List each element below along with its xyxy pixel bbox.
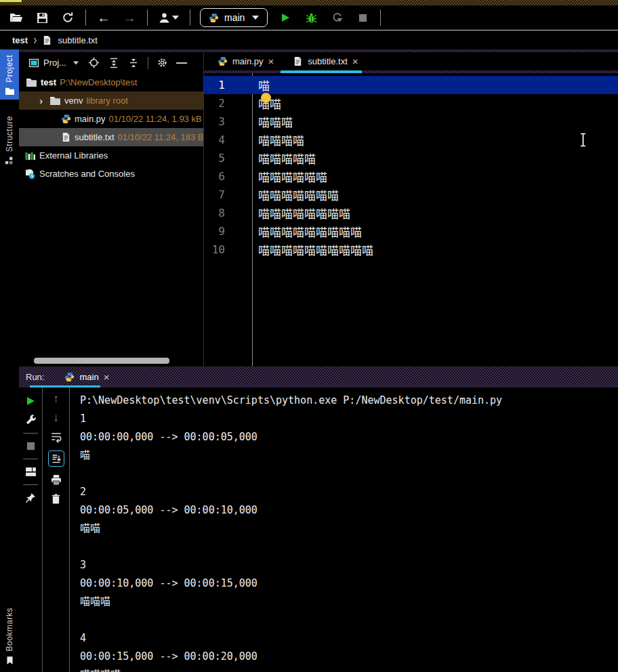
line-text: 喵喵喵喵喵 xyxy=(252,150,316,167)
collapse-all-icon[interactable] xyxy=(128,58,139,68)
horizontal-scrollbar[interactable] xyxy=(34,358,169,364)
restore-layout-icon[interactable] xyxy=(25,467,37,477)
tree-item-venv[interactable]: ›venvlibrary root xyxy=(19,91,203,110)
tree-item-test[interactable]: testP:\NewDesktop\test xyxy=(19,73,203,91)
run-configuration-select[interactable]: main xyxy=(200,8,268,27)
console-line: 00:00:10,000 --> 00:00:15,000 xyxy=(80,574,618,593)
gear-icon[interactable] xyxy=(157,58,167,68)
print-icon[interactable] xyxy=(50,474,62,486)
soft-wrap-icon[interactable] xyxy=(50,431,62,443)
editor-area: main.py × subtitle.txt × 1喵2喵喵3喵喵喵4喵喵喵喵5… xyxy=(203,52,618,366)
tree-item-subtitle-txt[interactable]: subtitle.txt01/10/22 11:24, 183 B xyxy=(19,128,203,146)
run-toolbar xyxy=(19,387,43,672)
editor-line-7[interactable]: 7喵喵喵喵喵喵喵 xyxy=(204,186,618,204)
console-line: 2 xyxy=(80,483,618,501)
sync-refresh-icon[interactable] xyxy=(60,9,76,26)
scratch-icon xyxy=(24,169,36,180)
open-folder-icon[interactable] xyxy=(8,9,24,26)
console-line: P:\NewDesktop\test\venv\Scripts\python.e… xyxy=(80,392,618,410)
editor-line-3[interactable]: 3喵喵喵 xyxy=(204,112,618,131)
project-panel-header: Proj... — xyxy=(19,52,203,73)
editor-line-5[interactable]: 5喵喵喵喵喵 xyxy=(204,149,618,167)
console-line: 00:00:15,000 --> 00:00:20,000 xyxy=(80,648,618,666)
down-stacktrace-icon[interactable]: ↓ xyxy=(53,412,59,423)
tab-label: main.py xyxy=(232,56,264,66)
chevron-right-icon[interactable]: › xyxy=(39,95,46,106)
toolbar-separator xyxy=(23,459,38,459)
console-line: 00:00:00,000 --> 00:00:05,000 xyxy=(80,428,618,446)
user-account-icon[interactable] xyxy=(157,9,180,26)
locate-file-icon[interactable] xyxy=(88,57,100,68)
folder-icon xyxy=(49,96,61,106)
header-separator xyxy=(148,57,148,69)
line-text: 喵喵喵喵喵喵喵 xyxy=(252,186,339,203)
chevron-down-icon xyxy=(252,16,259,20)
line-number: 2 xyxy=(204,97,252,110)
recording-dot-icon xyxy=(261,93,271,103)
debug-button[interactable] xyxy=(303,9,319,26)
editor-line-6[interactable]: 6喵喵喵喵喵喵 xyxy=(204,167,618,186)
project-view-select[interactable]: Proj... xyxy=(28,58,79,68)
editor-line-1[interactable]: 1喵 xyxy=(204,76,618,94)
tab-main-py[interactable]: main.py × xyxy=(209,52,282,70)
left-toolwindow-bar: Project Structure Bookmarks xyxy=(0,49,19,672)
back-icon[interactable]: ← xyxy=(96,9,112,26)
profiler-button[interactable] xyxy=(329,9,345,26)
line-number: 6 xyxy=(204,170,252,183)
tree-item-scratches-and-consoles[interactable]: Scratches and Consoles xyxy=(19,165,203,183)
close-icon[interactable]: × xyxy=(268,56,274,67)
save-all-icon[interactable] xyxy=(34,9,50,26)
rerun-button[interactable] xyxy=(25,396,36,406)
tree-item-external-libraries[interactable]: External Libraries xyxy=(19,146,203,165)
project-view-icon xyxy=(28,58,39,68)
breadcrumb-file[interactable]: subtitle.txt xyxy=(58,35,98,45)
sidebar-item-bookmarks[interactable]: Bookmarks xyxy=(0,602,19,669)
tab-subtitle-txt[interactable]: subtitle.txt × xyxy=(285,52,366,70)
line-number: 4 xyxy=(204,133,252,146)
forward-icon[interactable]: → xyxy=(121,9,138,26)
project-panel: Proj... — testP:\NewDesktop\test›venvlib… xyxy=(19,52,203,366)
hide-panel-icon[interactable]: — xyxy=(176,57,187,69)
console-output[interactable]: P:\NewDesktop\test\venv\Scripts\python.e… xyxy=(70,387,618,672)
chevron-down-icon xyxy=(73,61,79,64)
run-tab-main[interactable]: main × xyxy=(60,366,113,387)
editor-line-9[interactable]: 9喵喵喵喵喵喵喵喵喵 xyxy=(204,222,618,240)
up-stacktrace-icon[interactable]: ↑ xyxy=(53,393,59,404)
toolbar-separator xyxy=(23,433,38,434)
tree-item-label: External Libraries xyxy=(39,150,108,161)
settings-wrench-icon[interactable] xyxy=(25,414,37,425)
clear-console-icon[interactable] xyxy=(51,493,61,505)
line-number: 5 xyxy=(204,152,252,165)
pin-tab-icon[interactable] xyxy=(25,492,36,503)
close-icon[interactable]: × xyxy=(352,56,358,67)
run-button[interactable] xyxy=(277,9,293,26)
stop-button xyxy=(354,9,371,26)
expand-all-icon[interactable] xyxy=(108,58,119,68)
close-icon[interactable]: × xyxy=(104,371,110,383)
console-line: 喵喵喵 xyxy=(80,593,618,611)
window-title-strip xyxy=(0,0,618,5)
tree-item-main-py[interactable]: main.py01/10/22 11:24, 1.93 kB Mo xyxy=(19,110,203,128)
breadcrumb-project[interactable]: test xyxy=(12,35,28,45)
run-panel-header: Run: main × xyxy=(19,366,618,387)
editor-line-10[interactable]: 10喵喵喵喵喵喵喵喵喵喵 xyxy=(204,240,618,259)
console-line: 喵 xyxy=(80,446,618,465)
line-number: 8 xyxy=(204,207,252,219)
console-line xyxy=(80,611,618,629)
sidebar-item-project[interactable]: Project xyxy=(0,49,19,100)
folder-icon xyxy=(26,77,37,87)
extlib-icon xyxy=(24,150,36,161)
structure-tab-label: Structure xyxy=(5,116,14,152)
sidebar-item-structure[interactable]: Structure xyxy=(0,110,19,169)
editor-line-8[interactable]: 8喵喵喵喵喵喵喵喵 xyxy=(204,204,618,222)
toolbar-separator xyxy=(85,9,86,26)
text-file-icon xyxy=(42,35,52,45)
tree-item-label: subtitle.txt xyxy=(75,132,115,142)
console-line: 4 xyxy=(80,629,618,648)
editor-line-4[interactable]: 4喵喵喵喵 xyxy=(204,131,618,149)
python-icon xyxy=(61,114,71,124)
run-panel: ↑ ↓ P:\NewDesktop\test\venv\Scripts\pyth… xyxy=(19,387,618,672)
tree-item-meta: P:\NewDesktop\test xyxy=(60,77,137,87)
editor-content[interactable]: 1喵2喵喵3喵喵喵4喵喵喵喵5喵喵喵喵喵6喵喵喵喵喵喵7喵喵喵喵喵喵喵8喵喵喵喵… xyxy=(204,73,618,366)
scroll-to-end-button[interactable] xyxy=(48,450,64,467)
